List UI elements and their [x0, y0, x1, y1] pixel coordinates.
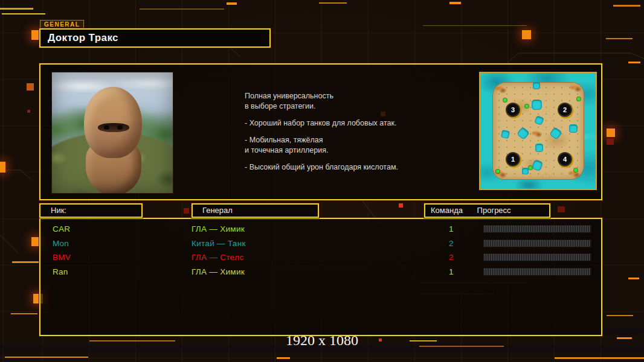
player-team: 2 [433, 239, 469, 248]
decor-line [613, 5, 640, 7]
general-name: Доктор Тракс [48, 32, 118, 43]
map-tree-dot [529, 166, 532, 170]
player-nick: CAR [40, 224, 192, 233]
decor-line [423, 25, 527, 26]
decor-line [12, 261, 39, 263]
description-paragraph: - Мобильная, тяжёлая и точечная артиллер… [245, 135, 474, 156]
decor-line [319, 2, 347, 4]
player-progress [469, 225, 601, 233]
map-tree-dot [525, 104, 529, 108]
decor-line [606, 38, 633, 39]
decor-red-square [607, 139, 614, 145]
decor-line [628, 278, 639, 279]
player-progress [469, 253, 601, 261]
general-portrait [51, 72, 173, 194]
team-header-label: Команда [431, 205, 463, 217]
decor-glow-square [522, 30, 531, 39]
players-panel: CAR ГЛА — Химик 1 Mon Китай — Танк 2 BMV… [39, 218, 602, 336]
progress-bar [483, 240, 591, 247]
general-info-panel: Полная универсальность в выборе стратеги… [39, 63, 602, 200]
player-general: ГЛА — Химик [192, 224, 433, 233]
general-tab-label: GENERAL [44, 21, 80, 28]
map-preview: 3 2 1 4 [479, 72, 597, 190]
game-loading-screen: GENERAL Доктор Тракс Полная универсально… [0, 0, 644, 362]
map-pond [570, 125, 577, 132]
map-rust-patch [531, 130, 542, 138]
player-general: ГЛА — Стелс [192, 253, 433, 262]
column-header-general: Генерал [192, 203, 319, 218]
general-tab: GENERAL [40, 20, 84, 29]
decor-line [555, 357, 644, 359]
map-tree-dot [574, 168, 578, 172]
description-paragraph: - Хороший набор танков для лобовых атак. [245, 118, 474, 129]
decor-line [11, 313, 37, 314]
description-paragraph: Полная универсальность в выборе стратеги… [245, 91, 474, 112]
decor-line [628, 62, 640, 63]
decor-red-square [184, 208, 189, 214]
player-nick: Ran [40, 267, 192, 276]
map-marker-3: 3 [506, 103, 520, 117]
player-row: BMV ГЛА — Стелс 2 [40, 250, 601, 265]
decor-line [607, 315, 633, 316]
map-pond [523, 168, 528, 174]
decor-red-square [558, 206, 565, 212]
map-tree-dot [496, 170, 500, 173]
marker-number: 1 [511, 156, 515, 163]
player-nick: BMV [40, 253, 192, 262]
column-header-nick: Ник: [39, 203, 143, 218]
progress-bar [483, 225, 591, 233]
player-row: CAR ГЛА — Химик 1 [40, 222, 601, 237]
decor-line [5, 357, 88, 358]
map-rust-patch [568, 84, 582, 93]
general-header-label: Генерал [202, 206, 233, 215]
marker-number: 4 [563, 156, 567, 163]
decor-line [0, 8, 33, 10]
map-marker-4: 4 [558, 152, 572, 167]
map-pond [532, 100, 541, 109]
map-pond [533, 83, 539, 89]
player-rows: CAR ГЛА — Химик 1 Mon Китай — Танк 2 BMV… [40, 222, 601, 279]
description-line: в выборе стратегии. [245, 102, 315, 110]
player-general: Китай — Танк [192, 239, 433, 248]
description-paragraph: - Высокий общий урон благодаря кислотам. [245, 162, 474, 173]
player-general: ГЛА — Химик [192, 267, 433, 276]
player-team: 2 [433, 253, 469, 262]
description-line: - Хороший набор танков для лобовых атак. [245, 119, 397, 127]
portrait-vignette [52, 72, 173, 193]
progress-bar [483, 253, 591, 261]
general-description: Полная универсальность в выборе стратеги… [245, 91, 474, 179]
description-line: и точечная артиллерия. [245, 146, 328, 154]
decor-glow-square [607, 129, 615, 137]
player-team: 1 [433, 224, 469, 233]
resolution-label: 1920 x 1080 [0, 332, 644, 349]
map-marker-2: 2 [558, 103, 572, 117]
player-progress [469, 268, 601, 276]
general-name-box: Доктор Тракс [39, 28, 271, 48]
description-line: - Мобильная, тяжёлая [245, 136, 323, 144]
player-progress [469, 240, 601, 247]
decor-red-square [27, 110, 30, 113]
decor-line [140, 8, 224, 10]
map-marker-1: 1 [506, 152, 520, 167]
map-rust-patch [494, 85, 507, 94]
decor-square [27, 83, 34, 91]
decor-glow-square [0, 162, 5, 173]
progress-bar [483, 268, 591, 276]
progress-header-label: Прогресс [477, 205, 511, 217]
player-nick: Mon [40, 239, 192, 248]
description-line: Полная универсальность [245, 92, 333, 100]
marker-number: 2 [563, 106, 567, 113]
player-team: 1 [433, 267, 469, 276]
player-row: Mon Китай — Танк 2 [40, 237, 601, 251]
map-tree-dot [503, 98, 507, 102]
description-line: - Высокий общий урон благодаря кислотам. [245, 163, 398, 171]
column-header-team-progress: Команда Прогресс [424, 203, 550, 218]
decor-red-square [399, 203, 403, 208]
marker-number: 3 [511, 106, 515, 113]
map-tree-dot [577, 97, 581, 101]
decor-line [449, 2, 461, 4]
decor-line [227, 2, 237, 5]
decor-line [2, 13, 45, 14]
player-row: Ran ГЛА — Химик 1 [40, 265, 601, 279]
decor-line [277, 357, 290, 359]
